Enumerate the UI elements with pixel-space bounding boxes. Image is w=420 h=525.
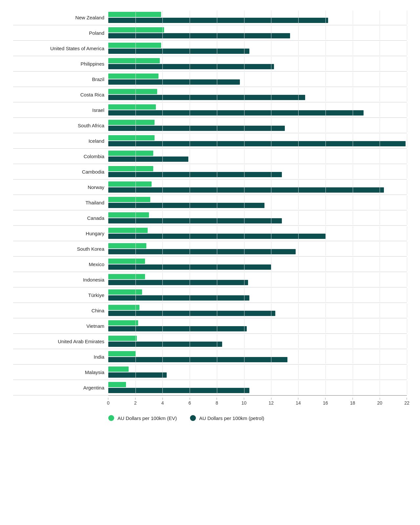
ev-bar: [108, 305, 139, 310]
bars-container: [108, 88, 407, 101]
table-row: Iceland: [13, 133, 407, 149]
petrol-bar: [108, 218, 282, 223]
petrol-bar: [108, 357, 287, 362]
petrol-bar: [108, 342, 222, 347]
bars-container: [108, 319, 407, 333]
tick-line: [325, 398, 326, 400]
legend-ev: AU Dollars per 100km (EV): [108, 415, 177, 421]
x-tick: 20: [377, 398, 382, 406]
x-tick: 8: [216, 398, 218, 406]
table-row: Brazil: [13, 72, 407, 87]
table-row: Türkiye: [13, 287, 407, 303]
ev-bar: [108, 197, 150, 202]
chart-area: New ZealandPolandUnited States of Americ…: [13, 10, 407, 395]
table-row: Vietnam: [13, 318, 407, 334]
x-tick: 2: [134, 398, 137, 406]
legend: AU Dollars per 100km (EV) AU Dollars per…: [108, 415, 407, 421]
bars-container: [108, 72, 407, 86]
ev-bar: [108, 27, 164, 32]
x-tick: 22: [404, 398, 410, 406]
ev-bar: [108, 320, 138, 326]
petrol-bar: [108, 187, 384, 193]
bars-container: [108, 334, 407, 348]
bars-container: [108, 273, 407, 286]
ev-label: AU Dollars per 100km (EV): [117, 415, 177, 421]
petrol-label: AU Dollars per 100km (petrol): [199, 415, 264, 421]
tick-label: 8: [216, 400, 218, 406]
tick-line: [380, 398, 380, 400]
country-label: Brazil: [13, 76, 108, 82]
chart-container: New ZealandPolandUnited States of Americ…: [13, 7, 407, 421]
table-row: Cambodia: [13, 164, 407, 179]
x-tick: 4: [161, 398, 164, 406]
ev-bar: [108, 259, 145, 264]
country-label: Malaysia: [13, 369, 108, 375]
bars-container: [108, 149, 407, 163]
tick-label: 6: [188, 400, 191, 406]
petrol-bar: [108, 126, 285, 131]
petrol-bar: [108, 234, 326, 239]
ev-bar: [108, 151, 153, 156]
country-label: Poland: [13, 30, 108, 36]
petrol-bar: [108, 326, 247, 331]
bars-container: [108, 211, 407, 225]
ev-bar: [108, 181, 152, 187]
petrol-bar: [108, 79, 240, 85]
petrol-bar: [108, 95, 305, 100]
tick-line: [190, 398, 190, 400]
tick-label: 10: [242, 400, 247, 406]
bars-container: [108, 57, 407, 71]
tick-line: [244, 398, 244, 400]
table-row: South Korea: [13, 241, 407, 257]
petrol-bar: [108, 18, 328, 23]
country-label: Norway: [13, 184, 108, 190]
table-row: United Arab Emirates: [13, 334, 407, 349]
bars-container: [108, 134, 407, 148]
petrol-bar: [108, 49, 249, 54]
ev-bar: [108, 243, 146, 248]
bars-container: [108, 118, 407, 132]
tick-label: 18: [350, 400, 355, 406]
tick-line: [108, 398, 108, 400]
tick-line: [298, 398, 299, 400]
country-label: India: [13, 354, 108, 360]
ev-bar: [108, 104, 156, 110]
table-row: Mexico: [13, 257, 407, 272]
tick-line: [271, 398, 271, 400]
x-tick: 14: [296, 398, 301, 406]
table-row: Canada: [13, 210, 407, 226]
tick-label: 22: [404, 400, 410, 406]
petrol-bar: [108, 372, 167, 378]
petrol-bar: [108, 280, 248, 285]
tick-line: [217, 398, 217, 400]
country-label: Thailand: [13, 200, 108, 205]
tick-label: 2: [134, 400, 137, 406]
ev-bar: [108, 336, 137, 341]
country-label: Colombia: [13, 154, 108, 159]
country-label: Costa Rica: [13, 92, 108, 97]
country-label: South Korea: [13, 246, 108, 252]
ev-bar: [108, 89, 157, 94]
country-label: Hungary: [13, 231, 108, 236]
tick-line: [162, 398, 163, 400]
table-row: Hungary: [13, 226, 407, 241]
petrol-bar: [108, 264, 271, 270]
bars-container: [108, 350, 407, 364]
tick-label: 4: [161, 400, 164, 406]
legend-petrol: AU Dollars per 100km (petrol): [190, 415, 264, 421]
ev-bar: [108, 274, 145, 279]
petrol-bar: [108, 203, 264, 208]
bars-container: [108, 365, 407, 379]
petrol-bar: [108, 388, 249, 393]
ev-bar: [108, 12, 161, 17]
ev-bar: [108, 367, 129, 372]
bars-container: [108, 103, 407, 117]
petrol-bar: [108, 172, 282, 177]
table-row: Thailand: [13, 195, 407, 210]
x-tick: 0: [107, 398, 110, 406]
country-label: Canada: [13, 215, 108, 221]
table-row: United States of America: [13, 41, 407, 56]
country-label: Cambodia: [13, 169, 108, 175]
country-label: Türkiye: [13, 292, 108, 298]
country-label: China: [13, 308, 108, 313]
